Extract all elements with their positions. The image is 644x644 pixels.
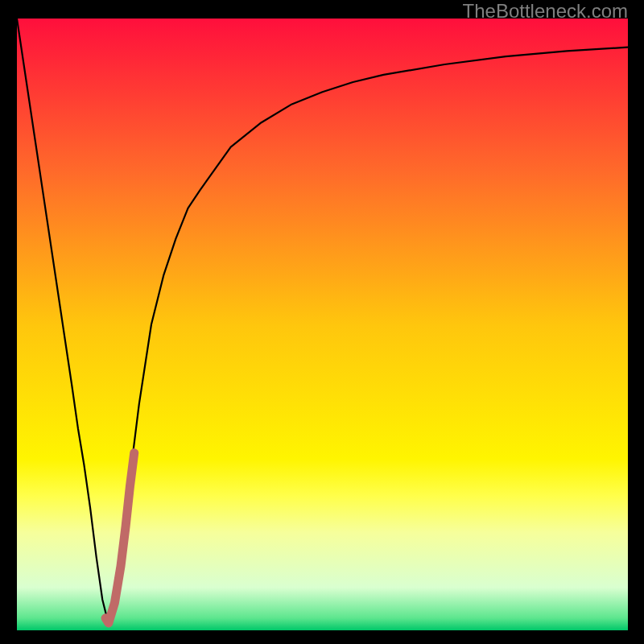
gradient-background (17, 19, 628, 630)
chart-stage: TheBottleneck.com (0, 0, 644, 644)
bottleneck-chart (0, 0, 644, 644)
